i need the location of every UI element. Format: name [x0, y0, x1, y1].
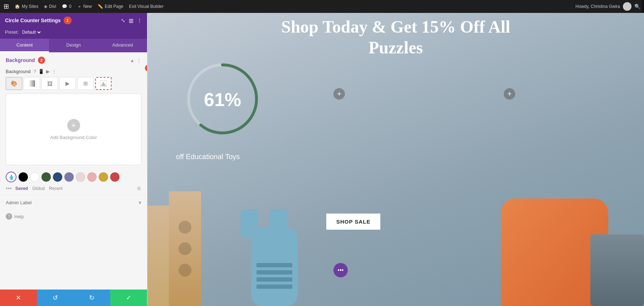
background-label-row: Background ? 📱 ▶ ⋮ 3 [0, 67, 147, 77]
bg-type-gradient[interactable] [24, 77, 40, 90]
swatch-gold[interactable] [99, 172, 108, 182]
preset-label: Preset: [5, 30, 19, 35]
divi-label: Divi [49, 4, 56, 9]
help-label: Help [14, 214, 24, 219]
bottom-toolbar: ✕ ↺ ↻ ✓ [0, 290, 147, 306]
admin-label-text: Admin Label [6, 200, 31, 205]
tab-content[interactable]: Content [0, 39, 49, 52]
avatar [623, 2, 631, 11]
svg-point-6 [179, 264, 191, 277]
search-icon[interactable]: 🔍 [634, 4, 640, 9]
badge-1: 1 [64, 16, 72, 24]
section-menu-icon[interactable]: ⋮ [137, 58, 141, 63]
new-item[interactable]: ＋ New [77, 4, 92, 10]
edit-page-label: Edit Page [105, 4, 123, 9]
bg-type-pattern[interactable]: ⊞ [77, 77, 94, 90]
svg-rect-11 [257, 270, 292, 274]
swatch-black[interactable] [19, 172, 28, 182]
svg-rect-13 [257, 285, 292, 289]
divi-item[interactable]: ◈ Divi [44, 4, 56, 9]
plus-icon: ＋ [77, 4, 82, 10]
color-settings-icon[interactable]: ⚙ [137, 186, 141, 191]
my-sites-icon: 🏠 [15, 4, 20, 9]
tab-global[interactable]: Global [32, 186, 45, 191]
add-module-button-2[interactable]: + [504, 88, 515, 100]
counter-value: 61% [204, 89, 241, 110]
chevron-up-icon[interactable]: ▲ [130, 58, 135, 63]
bg-type-video[interactable]: ▶ [59, 77, 76, 90]
howdy-label: Howdy, Christina Gwira [576, 4, 620, 9]
add-bg-color-label: Add Background Color [50, 135, 97, 140]
my-sites-item[interactable]: 🏠 My Sites [15, 4, 38, 9]
confirm-button[interactable]: ✓ [110, 290, 147, 306]
exit-builder-item[interactable]: Exit Visual Builder [129, 4, 164, 9]
bg-type-image[interactable]: 🖼 [42, 77, 58, 90]
swatch-light-pink[interactable] [76, 172, 85, 182]
panel-content: Background 2 ▲ ⋮ Background ? 📱 ▶ ⋮ [0, 52, 147, 290]
purple-dots-button[interactable]: ••• [333, 263, 348, 277]
eyedropper-button[interactable]: 💧 [6, 172, 16, 182]
cancel-button[interactable]: ✕ [0, 290, 37, 306]
svg-point-4 [179, 221, 191, 234]
background-section-header: Background 2 ▲ ⋮ [0, 52, 147, 67]
toy-gray-piece [590, 234, 644, 306]
color-picker-area: + Add Background Color [6, 94, 141, 165]
tab-design[interactable]: Design [49, 39, 98, 52]
cursor-icon[interactable]: ▶ [46, 69, 50, 74]
svg-rect-8 [240, 209, 258, 238]
admin-user[interactable]: Howdy, Christina Gwira 🔍 [576, 2, 640, 11]
bg-type-tabs: 🎨 🖼 ▶ ⊞ [0, 77, 147, 94]
tab-advanced[interactable]: Advanced [98, 39, 147, 52]
wp-logo[interactable]: ⊞ [4, 3, 9, 10]
swatch-dark-green[interactable] [42, 172, 51, 182]
svg-rect-9 [269, 209, 287, 238]
page-preview: Shop Today & Get 15% Off All Puzzles 61%… [147, 13, 644, 306]
more-dots-button[interactable]: ••• [6, 185, 12, 192]
admin-bar: ⊞ 🏠 My Sites ◈ Divi 💬 0 ＋ New ✏️ Edit Pa… [0, 0, 644, 13]
split-icon[interactable]: ▥ [129, 18, 133, 23]
circle-counter: 61% [183, 59, 262, 140]
bg-type-mask[interactable] [95, 77, 112, 90]
bg-label: Background [6, 69, 30, 74]
edit-page-item[interactable]: ✏️ Edit Page [98, 4, 123, 9]
add-module-button-1[interactable]: + [333, 88, 345, 100]
page-heading: Shop Today & Get 15% Off All Puzzles [270, 13, 521, 58]
my-sites-label: My Sites [22, 4, 38, 9]
mobile-icon[interactable]: 📱 [38, 69, 44, 74]
add-bg-color-button[interactable]: + [67, 119, 80, 132]
bg-type-color[interactable]: 🎨 [6, 77, 22, 90]
help-row: ? Help [0, 210, 147, 223]
admin-label-section: Admin Label ▾ [0, 195, 147, 210]
comment-count: 0 [69, 4, 72, 9]
help-circle-icon[interactable]: ? [6, 213, 12, 220]
admin-label-chevron[interactable]: ▾ [138, 199, 141, 206]
swatch-white[interactable] [30, 172, 39, 182]
bg-kebab-icon[interactable]: ⋮ [52, 69, 57, 74]
swatch-purple-gray[interactable] [64, 172, 74, 182]
shop-sale-button[interactable]: SHOP SALE [326, 214, 380, 230]
swatch-pink[interactable] [87, 172, 97, 182]
color-swatches-row: 💧 [0, 169, 147, 184]
swatch-red[interactable] [110, 172, 119, 182]
fullscreen-icon[interactable]: ⤡ [121, 18, 125, 23]
tab-saved[interactable]: Saved [15, 186, 28, 191]
redo-button[interactable]: ↻ [74, 290, 111, 306]
kebab-menu-icon[interactable]: ⋮ [137, 18, 142, 23]
off-text: off Educational Toys [176, 153, 240, 161]
svg-rect-0 [29, 80, 35, 87]
preset-select[interactable]: Default [21, 29, 42, 35]
undo-button[interactable]: ↺ [37, 290, 74, 306]
toys-area [147, 184, 644, 306]
color-tabs-row: ••• Saved Global Recent ⚙ [0, 184, 147, 195]
section-title: Background [6, 57, 35, 63]
swatch-dark-blue[interactable] [53, 172, 62, 182]
panel-title: Circle Counter Settings [5, 18, 61, 23]
tab-recent[interactable]: Recent [49, 186, 63, 191]
comments-item[interactable]: 💬 0 [62, 4, 72, 9]
divi-icon: ◈ [44, 4, 47, 9]
settings-panel: Circle Counter Settings 1 ⤡ ▥ ⋮ Preset: … [0, 13, 147, 306]
comment-icon: 💬 [62, 4, 67, 9]
help-icon[interactable]: ? [33, 69, 36, 74]
panel-tabs: Content Design Advanced [0, 39, 147, 52]
exit-builder-label: Exit Visual Builder [129, 4, 164, 9]
